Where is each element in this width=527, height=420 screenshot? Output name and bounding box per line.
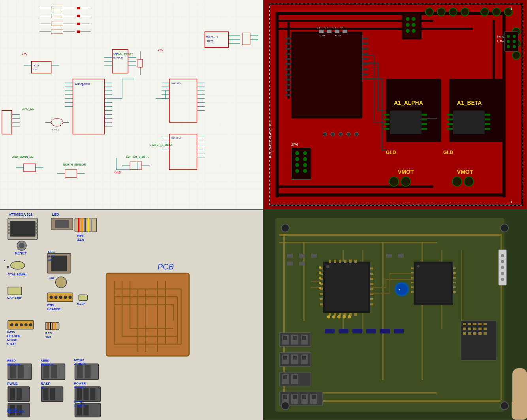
assembled-pcb-photo: + [264,210,527,420]
svg-rect-372 [339,260,341,263]
svg-point-271 [7,266,9,268]
svg-rect-458 [468,328,471,330]
svg-rect-177 [422,128,427,130]
svg-rect-449 [302,395,306,399]
svg-text:NORTH_SENSOR: NORTH_SENSOR [63,163,86,166]
svg-rect-246 [8,222,10,224]
svg-point-470 [501,266,504,269]
svg-rect-463 [468,332,471,335]
svg-rect-138 [285,43,291,45]
svg-point-484 [332,315,335,318]
svg-point-487 [348,315,351,318]
components-quadrant: ATTMEGA 328 RESET LED RES 44.9 [0,210,264,420]
svg-point-232 [346,132,350,136]
svg-point-196 [464,177,474,186]
svg-rect-390 [370,267,373,269]
svg-point-421 [396,284,407,295]
svg-text:GLD: GLD [443,150,454,155]
svg-rect-171 [384,119,390,121]
svg-rect-145 [285,79,291,81]
svg-rect-388 [320,298,323,300]
svg-rect-455 [478,323,482,325]
svg-text:RASP: RASP [41,381,51,385]
svg-rect-313 [18,365,24,378]
svg-text:6-PIN: 6-PIN [7,330,15,334]
svg-rect-153 [362,58,368,60]
svg-text:10K: 10K [45,335,51,339]
svg-text:3.3V: 3.3V [48,254,55,257]
svg-point-285 [59,296,62,299]
svg-rect-131 [275,12,279,198]
svg-rect-397 [370,303,373,305]
svg-point-400 [417,265,420,267]
svg-text:JP4: JP4 [291,143,298,147]
svg-rect-137 [285,38,291,40]
svg-text:HEADER: HEADER [7,334,21,338]
svg-text:Z_BETA: Z_BETA [74,362,86,365]
svg-point-239 [507,40,510,43]
svg-text:HEADER: HEADER [47,307,61,311]
svg-rect-180 [453,111,485,134]
svg-rect-140 [285,53,291,55]
svg-text:XTAL1: XTAL1 [52,128,59,131]
svg-rect-147 [285,89,291,91]
svg-point-489 [319,271,321,274]
svg-rect-209 [343,30,347,33]
svg-point-294 [15,323,18,326]
svg-rect-381 [354,313,357,316]
svg-rect-447 [283,395,287,399]
svg-text:REG1: REG1 [33,64,40,67]
svg-rect-440 [283,375,287,379]
svg-point-491 [319,282,321,284]
svg-rect-464 [473,332,476,335]
svg-point-286 [64,296,67,299]
svg-rect-337 [83,388,88,400]
svg-rect-368 [325,264,368,311]
svg-point-492 [319,287,321,289]
svg-text:REG: REG [48,250,55,253]
svg-rect-461 [484,328,487,330]
svg-rect-391 [370,273,373,275]
svg-point-295 [20,323,23,326]
svg-rect-274 [51,255,67,271]
svg-point-223 [303,163,307,167]
svg-text:GND: GND [114,171,121,174]
svg-point-480 [501,224,508,232]
svg-text:0.1uF: 0.1uF [335,34,342,37]
svg-rect-252 [36,229,38,230]
svg-point-240 [513,40,516,43]
svg-rect-434 [283,356,287,360]
svg-rect-247 [8,226,10,227]
svg-rect-435 [293,356,297,360]
svg-rect-217 [291,148,311,180]
svg-rect-149 [362,38,368,40]
svg-point-472 [501,278,504,281]
svg-rect-126 [275,12,504,15]
schematic-view: ATmega328 [0,0,263,209]
svg-text:C4: C4 [341,26,344,29]
svg-rect-457 [463,328,466,330]
svg-rect-206 [319,30,324,33]
svg-rect-476 [366,329,376,333]
svg-rect-169 [390,111,422,134]
svg-rect-428 [293,336,297,340]
svg-rect-361 [382,242,384,380]
svg-rect-312 [10,365,16,378]
svg-rect-336 [77,388,82,400]
svg-point-242 [513,45,516,48]
svg-rect-322 [77,365,83,378]
svg-text:A1_BETA: A1_BETA [457,100,482,106]
svg-point-237 [507,35,510,38]
svg-text:HEADER: HEADER [113,57,123,59]
svg-point-256 [19,243,24,248]
svg-rect-373 [344,260,346,263]
svg-rect-155 [362,68,368,70]
svg-point-202 [406,23,410,27]
svg-point-485 [337,315,341,318]
svg-rect-31 [77,15,80,17]
svg-rect-459 [473,328,476,330]
svg-text:SWITCH_1_BETA: SWITCH_1_BETA [126,155,149,158]
svg-point-238 [513,35,516,38]
svg-text:RES: RES [77,234,84,237]
svg-rect-441 [293,375,297,379]
